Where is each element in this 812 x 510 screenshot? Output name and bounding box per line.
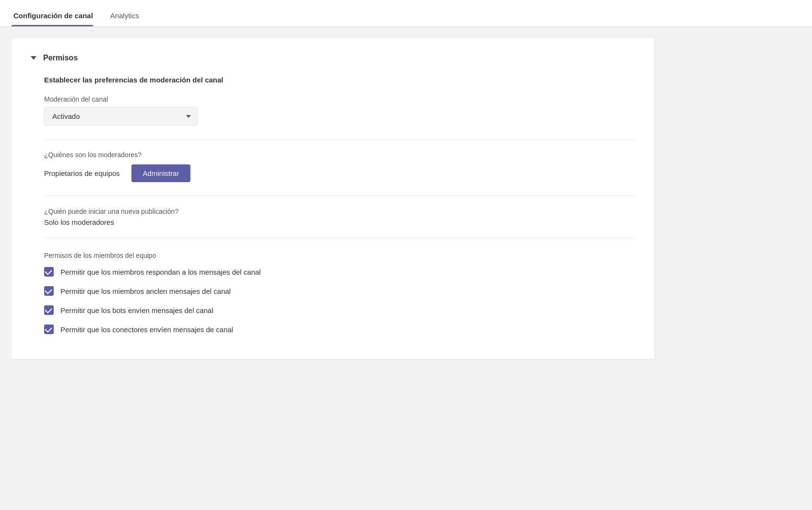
section-description: Establecer las preferencias de moderació… [44, 76, 635, 84]
checkbox-item-1: Permitir que los miembros respondan a lo… [44, 267, 635, 277]
divider-1 [44, 139, 635, 139]
moderation-label: Moderación del canal [44, 95, 635, 103]
tab-bar: Configuración de canal Analytics [0, 0, 812, 27]
checkbox-2[interactable] [44, 286, 54, 296]
permissions-title: Permisos de los miembros del equipo [44, 252, 635, 259]
settings-card: Permisos Establecer las preferencias de … [12, 38, 654, 359]
checkbox-label-2: Permitir que los miembros anclen mensaje… [60, 287, 231, 295]
new-post-section: ¿Quién puede iniciar una nueva publicaci… [44, 208, 635, 226]
member-permissions-section: Permisos de los miembros del equipo Perm… [44, 252, 635, 334]
checkbox-item-4: Permitir que los conectores envíen mensa… [44, 325, 635, 334]
checkbox-1[interactable] [44, 267, 54, 277]
checkbox-label-4: Permitir que los conectores envíen mensa… [60, 325, 233, 334]
moderation-select[interactable]: ActivadoDesactivado [44, 107, 198, 126]
section-title: Permisos [43, 54, 78, 62]
moderators-question: ¿Quiénes son los moderadores? [44, 151, 635, 159]
checkbox-item-3: Permitir que los bots envíen mensajes de… [44, 305, 635, 315]
section-header: Permisos [31, 54, 635, 62]
administrar-button[interactable]: Administrar [131, 164, 191, 182]
moderators-value: Propietarios de equipos [44, 169, 120, 177]
moderators-row: Propietarios de equipos Administrar [44, 164, 635, 182]
checkbox-item-2: Permitir que los miembros anclen mensaje… [44, 286, 635, 296]
moderation-field-group: Moderación del canal ActivadoDesactivado [44, 95, 635, 126]
checkbox-label-3: Permitir que los bots envíen mensajes de… [60, 306, 213, 314]
new-post-question: ¿Quién puede iniciar una nueva publicaci… [44, 208, 635, 215]
divider-2 [44, 196, 635, 196]
moderation-select-wrapper: ActivadoDesactivado [44, 107, 198, 126]
chevron-down-icon[interactable] [31, 56, 36, 60]
content-area: Establecer las preferencias de moderació… [44, 76, 635, 334]
tab-analytics[interactable]: Analytics [108, 12, 147, 26]
main-content: Permisos Establecer las preferencias de … [0, 27, 812, 510]
tab-config[interactable]: Configuración de canal [12, 12, 101, 26]
moderators-section: ¿Quiénes son los moderadores? Propietari… [44, 151, 635, 182]
checkbox-4[interactable] [44, 325, 54, 334]
checkbox-3[interactable] [44, 305, 54, 315]
divider-3 [44, 238, 635, 238]
checkbox-label-1: Permitir que los miembros respondan a lo… [60, 268, 261, 276]
new-post-answer: Solo los moderadores [44, 218, 635, 226]
